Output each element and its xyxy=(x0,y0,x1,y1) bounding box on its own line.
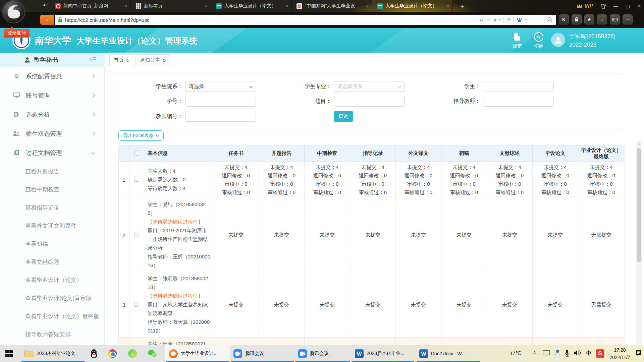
dept-select[interactable]: 请选择 xyxy=(185,81,256,92)
bookmark-add-icon[interactable]: ☆ xyxy=(487,17,491,22)
more-menu-button[interactable]: ⋯ xyxy=(623,14,633,24)
tab-close-icon[interactable]: × xyxy=(124,4,127,9)
student-input[interactable] xyxy=(483,81,554,92)
new-tab-button[interactable]: ＋ xyxy=(459,2,466,11)
browser-tab-active[interactable]: 大学生毕业设计（论文） × xyxy=(372,0,453,12)
user-tray-icon[interactable] xyxy=(554,349,561,357)
sidebar-item-system-config[interactable]: ⚙ 系统配置信息 xyxy=(0,67,105,86)
sidebar-sub-thesis-final[interactable]: 查看毕业设计（论文）最终版 xyxy=(0,307,105,325)
lightning-extension-icon[interactable] xyxy=(493,17,497,22)
tno-input[interactable] xyxy=(185,111,256,122)
refresh-icon[interactable]: ↻ xyxy=(126,58,130,63)
sidebar-item-mutual-selection[interactable]: 师生双选管理 xyxy=(0,124,105,143)
export-excel-button[interactable]: 导出Excel表格 xyxy=(118,130,164,141)
start-button[interactable] xyxy=(2,345,16,362)
switch-role-button[interactable]: ⇆ 切换 xyxy=(529,32,548,49)
advisor-input[interactable] xyxy=(483,96,554,107)
sidebar-item-process-docs[interactable]: 过程文档管理 xyxy=(0,143,105,162)
sidebar-sub-first-draft[interactable]: 查看初稿 xyxy=(0,235,105,253)
tray-expand-chevron[interactable]: ∧ xyxy=(533,350,536,356)
sidebar-collapse-icon[interactable] xyxy=(89,56,97,62)
sno-input[interactable] xyxy=(185,96,256,107)
tab-close-icon[interactable]: × xyxy=(446,4,449,9)
games-button[interactable] xyxy=(610,14,620,24)
taskbar-wechat-icon[interactable] xyxy=(144,345,160,362)
speaker-icon[interactable] xyxy=(574,350,582,356)
sidebar-item-topic-analysis[interactable]: 选题分析 xyxy=(0,105,105,124)
url-field[interactable]: https://co2.cnki.net/Main.html?dp=usc ☆ … xyxy=(55,15,556,25)
sidebar-sub-qa-schedule[interactable]: 指导教师答疑安排 xyxy=(0,325,105,343)
sidebar-sub-literature-review[interactable]: 查看文献综述 xyxy=(0,253,105,271)
tab-home[interactable]: 首页 ↻ xyxy=(109,54,134,66)
row-checkbox[interactable] xyxy=(134,302,139,307)
tab-close-icon[interactable]: × xyxy=(205,4,208,9)
notification-center-icon[interactable] xyxy=(635,350,642,357)
lock-button[interactable] xyxy=(572,14,582,24)
tab-close-icon[interactable]: × xyxy=(285,4,288,9)
sidebar-sub-guidance-record[interactable]: 查看指导记录 xyxy=(0,198,105,217)
taskbar-word-window-1[interactable]: W 2023届本科毕业... xyxy=(352,345,415,362)
taskbar-browser-window[interactable]: 大学生毕业设计... xyxy=(165,345,230,362)
taskbar-qq-icon[interactable] xyxy=(87,345,101,362)
table-header-row: 基本信息 任务书 开题报告 中期检查 指导记录 外文译文 初稿 文献综述 毕设论… xyxy=(119,145,625,162)
vertical-scrollbar[interactable]: ▲ xyxy=(636,141,642,345)
taskbar-folder-button[interactable]: 2023本科毕业论文 xyxy=(21,345,85,362)
taskbar-meeting-window-2[interactable]: 腾讯会议 xyxy=(295,345,351,362)
search-icon[interactable] xyxy=(547,17,553,22)
norms-button[interactable]: 规范 xyxy=(508,32,527,49)
minimize-button[interactable]: — xyxy=(613,3,618,9)
baidu-paw-icon[interactable] xyxy=(517,17,522,22)
title-input[interactable] xyxy=(334,96,405,107)
microphone-icon[interactable] xyxy=(565,349,570,357)
login-account-tooltip[interactable]: 登录账号 xyxy=(4,29,30,38)
select-all-checkbox[interactable] xyxy=(134,150,139,156)
user-avatar[interactable] xyxy=(551,33,565,47)
skin-icon[interactable] xyxy=(600,4,606,9)
baidu-dropdown-icon[interactable]: ▾ xyxy=(525,18,527,21)
image-block-icon[interactable] xyxy=(479,18,484,22)
doc-status-cell: 未提交 xyxy=(533,272,578,338)
sidebar-item-account[interactable]: 账号管理 xyxy=(0,86,105,105)
temperature[interactable]: 17℃ xyxy=(510,350,521,356)
tab-notice[interactable]: 通知公告 ↻ xyxy=(136,54,170,66)
cheetah-browser-logo[interactable] xyxy=(2,0,25,23)
favorites-button[interactable]: ★ xyxy=(584,14,594,24)
scroll-up-arrow[interactable]: ▲ xyxy=(638,142,640,145)
scrollbar-thumb[interactable] xyxy=(637,148,641,262)
display-cast-icon[interactable] xyxy=(543,350,550,356)
doc-status-cell: 未提交 xyxy=(350,272,396,338)
browser-tab[interactable]: 大学生毕业设计（论文） × xyxy=(211,0,292,12)
row-checkbox[interactable] xyxy=(134,232,139,237)
taskbar-chrome-icon[interactable] xyxy=(105,345,120,362)
browser-tab[interactable]: 知 “中国知网”大学生毕业设 × xyxy=(292,0,372,12)
taskbar-meeting-window-1[interactable]: 腾讯会议 xyxy=(230,345,295,362)
ime-indicator[interactable]: 中 xyxy=(586,350,591,356)
row-checkbox[interactable] xyxy=(134,177,139,182)
sidebar-sub-midterm-check[interactable]: 查看中期检查 xyxy=(0,180,105,198)
vip-badge[interactable]: VIP xyxy=(577,3,593,9)
downloads-button[interactable]: ↓ xyxy=(597,14,607,24)
k-extension-button[interactable]: K xyxy=(559,14,569,24)
refresh-icon[interactable]: ↻ xyxy=(162,58,166,63)
lightning-dropdown-icon[interactable]: ▾ xyxy=(499,18,501,21)
sidebar-sub-thesis[interactable]: 查看毕业设计（论文） xyxy=(0,271,105,289)
sidebar-sub-foreign-translation[interactable]: 查看外文译文和原件 xyxy=(0,217,105,235)
sidebar-sub-thesis-blind[interactable]: 查看毕业设计(论文)盲审版 xyxy=(0,289,105,307)
major-select[interactable]: 请选择院系 xyxy=(334,81,405,92)
sidebar-sub-proposal-report[interactable]: 查看开题报告 xyxy=(0,162,105,180)
taskbar-word-window-2[interactable]: W Doc2.docx - W... xyxy=(416,345,481,362)
browser-tab[interactable]: 新标签页 × xyxy=(131,0,211,12)
browser-tab[interactable]: 新闻中心首页_新浪网 × xyxy=(50,0,131,12)
close-button[interactable]: ✕ xyxy=(637,3,641,9)
taskbar-clock[interactable]: 17:20 2022/11/7 xyxy=(604,346,636,361)
advisor-label: 指导教师： xyxy=(420,98,480,105)
refresh-icon[interactable]: ⟳ xyxy=(506,17,511,23)
sogou-icon[interactable]: S xyxy=(596,349,604,358)
person-icon xyxy=(24,57,31,63)
history-back-icon[interactable]: ↶ xyxy=(43,2,48,9)
maximize-button[interactable]: ▢ xyxy=(626,3,630,9)
browser-back-button[interactable]: ‹ xyxy=(40,15,54,25)
taskbar-qqmusic-icon[interactable]: ♪ xyxy=(125,345,140,362)
tab-close-icon[interactable]: × xyxy=(366,4,369,9)
query-button[interactable]: 查询 xyxy=(334,111,353,122)
